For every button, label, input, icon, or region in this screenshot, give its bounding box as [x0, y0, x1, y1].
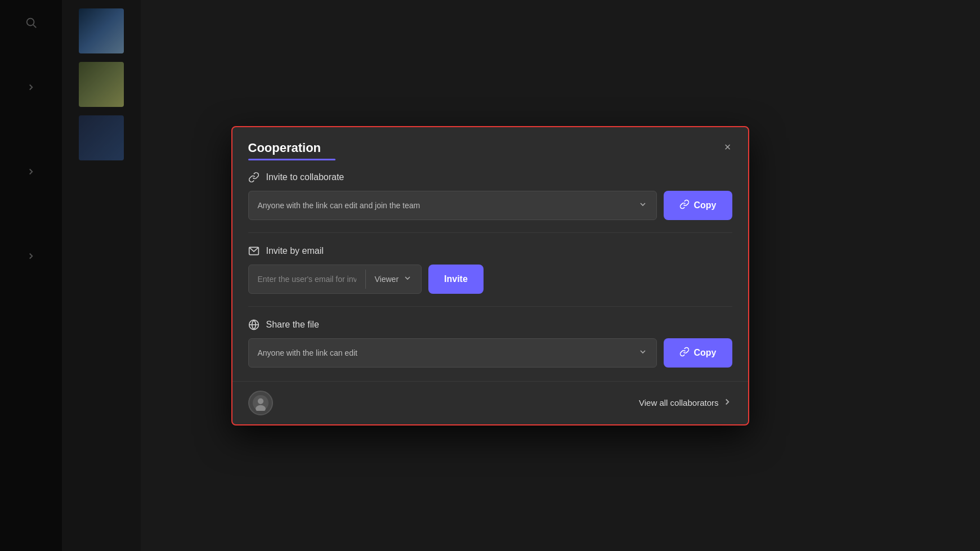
copy-link-icon-2 [679, 347, 690, 359]
share-file-copy-button[interactable]: Copy [664, 338, 732, 368]
view-all-collaborators-link[interactable]: View all collaborators [639, 397, 732, 409]
viewer-chevron-icon [403, 274, 412, 284]
modal-overlay: Cooperation × Invite to collaborate [0, 0, 980, 551]
dialog-header: Cooperation × [232, 127, 748, 160]
invite-collaborate-copy-label: Copy [694, 200, 717, 210]
section3-title-row: Share the file [248, 319, 732, 330]
dialog-title: Cooperation [248, 141, 732, 155]
share-file-copy-label: Copy [694, 348, 717, 358]
invite-email-label: Invite [444, 274, 468, 284]
close-button[interactable]: × [719, 138, 737, 156]
invite-email-button[interactable]: Invite [428, 265, 484, 294]
invite-email-row: Viewer Invite [248, 265, 732, 294]
dialog-body: Invite to collaborate Anyone with the li… [232, 160, 748, 381]
dialog-title-underline [248, 159, 335, 160]
email-input-container: Viewer [248, 265, 422, 294]
mail-icon [248, 245, 259, 257]
share-file-dropdown[interactable]: Anyone with the link can edit [248, 338, 657, 368]
share-file-chevron [638, 347, 647, 358]
share-file-section: Share the file Anyone with the link can … [248, 319, 732, 368]
view-collaborators-label: View all collaborators [639, 398, 718, 407]
cooperation-dialog: Cooperation × Invite to collaborate [231, 126, 749, 425]
invite-email-title: Invite by email [266, 246, 324, 256]
invite-collaborate-dropdown-value: Anyone with the link can edit and join t… [258, 201, 420, 210]
section2-title-row: Invite by email [248, 245, 732, 257]
share-file-row: Anyone with the link can edit Copy [248, 338, 732, 368]
divider-1 [248, 232, 732, 233]
email-input[interactable] [249, 265, 365, 293]
invite-collaborate-section: Invite to collaborate Anyone with the li… [248, 172, 732, 220]
invite-collaborate-chevron [638, 200, 647, 210]
globe-icon [248, 319, 259, 330]
invite-collaborate-copy-button[interactable]: Copy [664, 191, 732, 220]
user-avatar [248, 391, 273, 415]
share-file-title: Share the file [266, 320, 319, 330]
dialog-footer: View all collaborators [232, 381, 748, 424]
copy-link-icon-1 [679, 199, 690, 212]
invite-email-section: Invite by email Viewer I [248, 245, 732, 294]
share-file-dropdown-value: Anyone with the link can edit [258, 348, 357, 357]
section1-title-row: Invite to collaborate [248, 172, 732, 183]
viewer-role-label: Viewer [375, 275, 399, 284]
invite-collaborate-dropdown[interactable]: Anyone with the link can edit and join t… [248, 191, 657, 220]
divider-2 [248, 306, 732, 307]
invite-collaborate-title: Invite to collaborate [266, 172, 344, 182]
link-icon [248, 172, 259, 183]
invite-collaborate-row: Anyone with the link can edit and join t… [248, 191, 732, 220]
view-collaborators-chevron [722, 397, 732, 409]
svg-point-6 [257, 398, 263, 404]
viewer-role-dropdown[interactable]: Viewer [366, 265, 422, 293]
